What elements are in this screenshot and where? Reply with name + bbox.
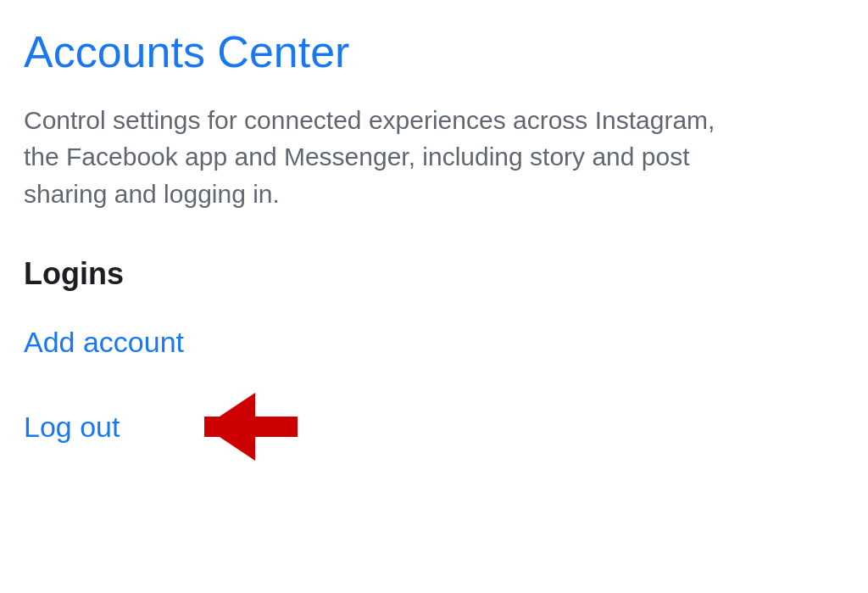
logins-heading: Logins	[24, 256, 844, 292]
svg-marker-1	[204, 393, 255, 461]
log-out-link[interactable]: Log out	[24, 411, 120, 444]
left-arrow-icon	[145, 393, 298, 461]
page-title: Accounts Center	[24, 27, 844, 78]
red-arrow-svg	[145, 393, 298, 461]
page-container: Accounts Center Control settings for con…	[0, 0, 868, 484]
add-account-link[interactable]: Add account	[24, 326, 844, 359]
log-out-row: Log out	[24, 393, 844, 461]
description-text: Control settings for connected experienc…	[24, 102, 719, 213]
